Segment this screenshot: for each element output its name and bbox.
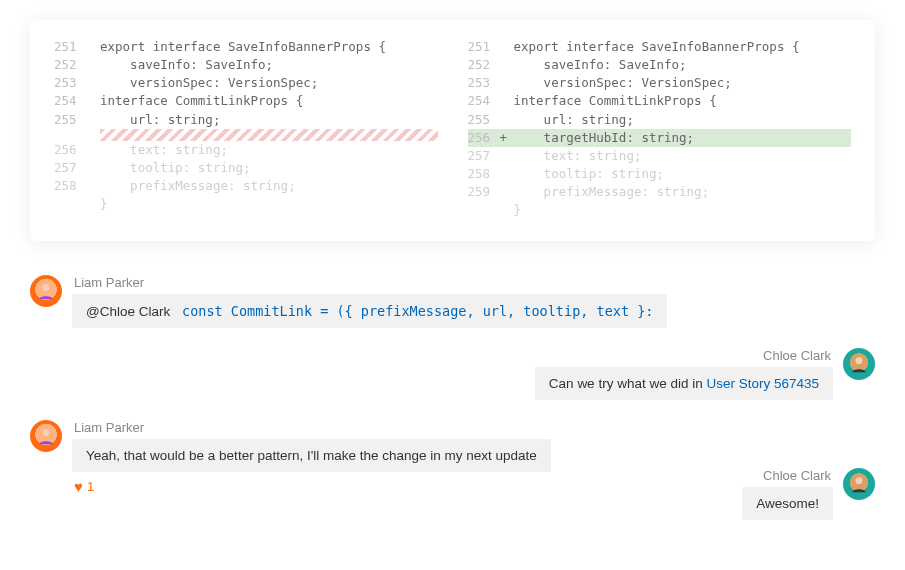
diff-gutter (500, 38, 514, 56)
line-number: 252 (54, 56, 86, 74)
svg-point-0 (43, 285, 50, 292)
line-number: 251 (54, 38, 86, 56)
code-text: url: string; (514, 111, 852, 129)
line-number: 254 (468, 92, 500, 110)
code-line: 253 versionSpec: VersionSpec; (54, 74, 438, 92)
code-text: saveInfo: SaveInfo; (514, 56, 852, 74)
comment-bubble[interactable]: @Chloe Clark const CommitLink = ({ prefi… (72, 294, 667, 328)
diff-gutter (86, 56, 100, 74)
line-number: 253 (468, 74, 500, 92)
code-line: 257 tooltip: string; (54, 159, 438, 177)
code-line: 253 versionSpec: VersionSpec; (468, 74, 852, 92)
comment: Liam Parker @Chloe Clark const CommitLin… (30, 275, 875, 328)
diff-gutter (500, 56, 514, 74)
line-number: 253 (54, 74, 86, 92)
code-text: prefixMessage: string; (514, 183, 852, 201)
diff-gutter (500, 92, 514, 110)
comment-bubble[interactable]: Can we try what we did in User Story 567… (535, 367, 833, 400)
line-number: 256 (468, 129, 500, 147)
code-line: 255 url: string; (54, 111, 438, 129)
code-text: } (514, 201, 852, 219)
code-line: 252 saveInfo: SaveInfo; (468, 56, 852, 74)
diff-gutter (86, 159, 100, 177)
svg-point-2 (43, 430, 50, 437)
code-line: 256 text: string; (54, 141, 438, 159)
code-text: saveInfo: SaveInfo; (100, 56, 438, 74)
line-number (54, 195, 86, 213)
diff-gutter (500, 201, 514, 219)
heart-icon: ♥ (74, 478, 83, 495)
line-number: 257 (468, 147, 500, 165)
code-line: } (54, 195, 438, 213)
comment-bubble[interactable]: Yeah, that would be a better pattern, I'… (72, 439, 551, 472)
code-diff-card: 251export interface SaveInfoBannerProps … (30, 20, 875, 241)
comment-author: Liam Parker (72, 275, 667, 290)
code-text: targetHubId: string; (514, 129, 852, 147)
diff-gutter (86, 177, 100, 195)
comment-text: Can we try what we did in (549, 376, 707, 391)
comment-thread: Liam Parker @Chloe Clark const CommitLin… (30, 275, 875, 520)
diff-gutter (86, 141, 100, 159)
svg-point-1 (856, 358, 863, 365)
code-line: 251export interface SaveInfoBannerProps … (468, 38, 852, 56)
code-line: 258 tooltip: string; (468, 165, 852, 183)
code-text: versionSpec: VersionSpec; (100, 74, 438, 92)
code-text: tooltip: string; (514, 165, 852, 183)
diff-gap-stripe (100, 129, 438, 141)
diff-gutter (500, 147, 514, 165)
avatar[interactable] (30, 420, 62, 452)
comment-author: Liam Parker (72, 420, 551, 435)
diff-gutter (86, 74, 100, 92)
inline-code: const CommitLink = ({ prefixMessage, url… (182, 303, 653, 319)
avatar[interactable] (843, 348, 875, 380)
code-text: text: string; (100, 141, 438, 159)
avatar[interactable] (30, 275, 62, 307)
diff-gutter (86, 38, 100, 56)
comment-author: Chloe Clark (761, 468, 833, 483)
code-line: 251export interface SaveInfoBannerProps … (54, 38, 438, 56)
diff-gutter: + (500, 129, 514, 147)
code-text: url: string; (100, 111, 438, 129)
code-line: 254interface CommitLinkProps { (54, 92, 438, 110)
code-text: prefixMessage: string; (100, 177, 438, 195)
work-item-link[interactable]: User Story 567435 (706, 376, 819, 391)
avatar[interactable] (843, 468, 875, 500)
code-text: export interface SaveInfoBannerProps { (514, 38, 852, 56)
code-line: 257 text: string; (468, 147, 852, 165)
comment: Chloe Clark Awesome! (742, 468, 875, 520)
code-line: 254interface CommitLinkProps { (468, 92, 852, 110)
code-text: export interface SaveInfoBannerProps { (100, 38, 438, 56)
diff-gutter (500, 165, 514, 183)
diff-gutter (500, 183, 514, 201)
code-text: tooltip: string; (100, 159, 438, 177)
code-line: } (468, 201, 852, 219)
line-number: 251 (468, 38, 500, 56)
code-line: 252 saveInfo: SaveInfo; (54, 56, 438, 74)
code-text: interface CommitLinkProps { (100, 92, 438, 110)
diff-gutter (86, 195, 100, 213)
diff-gutter (86, 92, 100, 110)
line-number: 258 (54, 177, 86, 195)
diff-gutter (500, 74, 514, 92)
reaction[interactable]: ♥ 1 (74, 478, 742, 495)
code-line: 259 prefixMessage: string; (468, 183, 852, 201)
code-text: interface CommitLinkProps { (514, 92, 852, 110)
diff-gutter (86, 111, 100, 129)
comment: Chloe Clark Can we try what we did in Us… (30, 348, 875, 400)
diff-right-column: 251export interface SaveInfoBannerProps … (468, 38, 852, 219)
code-line: 258 prefixMessage: string; (54, 177, 438, 195)
diff-gutter (500, 111, 514, 129)
svg-point-3 (856, 478, 863, 485)
diff-left-column: 251export interface SaveInfoBannerProps … (54, 38, 438, 219)
comment-bubble[interactable]: Awesome! (742, 487, 833, 520)
code-text: versionSpec: VersionSpec; (514, 74, 852, 92)
code-line: 256+ targetHubId: string; (468, 129, 852, 147)
line-number: 255 (468, 111, 500, 129)
line-number: 256 (54, 141, 86, 159)
line-number (468, 201, 500, 219)
comment-author: Chloe Clark (761, 348, 833, 363)
mention[interactable]: @Chloe Clark (86, 304, 170, 319)
line-number: 257 (54, 159, 86, 177)
line-number: 252 (468, 56, 500, 74)
line-number: 259 (468, 183, 500, 201)
